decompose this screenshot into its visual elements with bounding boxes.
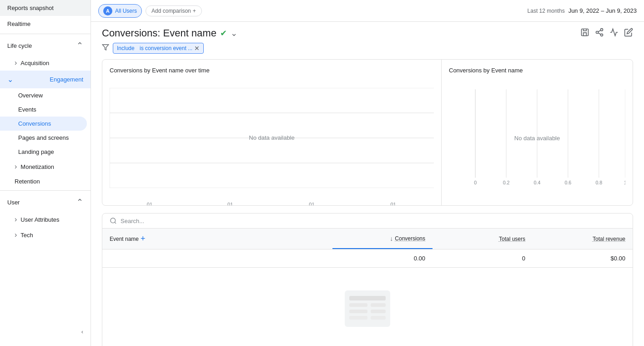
table-row: 0.00 0 $0.00 bbox=[102, 249, 633, 268]
chart-left-body: No data available 01Jul 01Oct 01Jan 01Ap… bbox=[110, 77, 434, 198]
x-label-4: 01Apr bbox=[389, 202, 397, 206]
report-title: Conversions: Event name bbox=[102, 27, 216, 39]
edit-icon[interactable] bbox=[624, 28, 633, 39]
lifecycle-label: Life cycle bbox=[7, 42, 32, 49]
user-avatar: A bbox=[103, 6, 112, 15]
reports-snapshot-label: Reports snapshot bbox=[7, 5, 54, 11]
data-table: Event name + ↓ Conversions Total users T… bbox=[102, 213, 633, 346]
sidebar-item-user-attributes[interactable]: › User Attributes bbox=[0, 212, 91, 227]
engagement-expand-icon: ⌄ bbox=[7, 75, 13, 84]
share-icon[interactable] bbox=[595, 28, 604, 39]
th-event-name-label: Event name bbox=[110, 236, 139, 242]
svg-text:1: 1 bbox=[624, 179, 625, 185]
search-input[interactable] bbox=[121, 218, 625, 224]
svg-line-27 bbox=[115, 222, 116, 224]
chart-right-title: Conversions by Event name bbox=[449, 67, 625, 74]
chart-right-body: 0 0.2 0.4 0.6 0.8 1 No data available bbox=[449, 77, 625, 198]
realtime-label: Realtime bbox=[7, 20, 30, 27]
retention-label: Retention bbox=[15, 178, 40, 185]
svg-rect-35 bbox=[371, 316, 386, 320]
sidebar-item-overview[interactable]: Overview bbox=[0, 88, 91, 102]
x-label-1: 01Jul bbox=[146, 202, 153, 206]
table-header: Event name + ↓ Conversions Total users T… bbox=[102, 229, 633, 249]
engagement-section-header[interactable]: ⌄ Engagement bbox=[0, 71, 91, 88]
svg-rect-30 bbox=[349, 303, 367, 307]
svg-rect-32 bbox=[349, 310, 367, 313]
sidebar-item-tech[interactable]: › Tech bbox=[0, 227, 91, 243]
svg-rect-33 bbox=[371, 310, 386, 313]
acquisition-expand-icon: › bbox=[15, 59, 17, 67]
add-dimension-icon[interactable]: + bbox=[141, 234, 146, 244]
title-chevron-icon[interactable]: ⌄ bbox=[231, 28, 237, 38]
svg-text:0.6: 0.6 bbox=[564, 179, 571, 185]
insights-icon[interactable] bbox=[609, 28, 619, 39]
td-total-revenue: $0.00 bbox=[533, 249, 633, 267]
x-axis-labels: 01Jul 01Oct 01Jan 01Apr bbox=[110, 202, 434, 206]
th-total-revenue[interactable]: Total revenue bbox=[533, 229, 633, 249]
th-total-revenue-label: Total revenue bbox=[593, 236, 625, 242]
sidebar-item-realtime[interactable]: Realtime bbox=[0, 16, 91, 32]
empty-illustration bbox=[338, 286, 397, 331]
x-label-2: 01Oct bbox=[226, 202, 234, 206]
no-data-left: No data available bbox=[249, 134, 294, 141]
user-collapse-icon: ⌃ bbox=[76, 197, 83, 207]
add-comparison-label: Add comparison bbox=[151, 8, 191, 14]
add-comparison-button[interactable]: Add comparison + bbox=[146, 5, 202, 16]
report-actions bbox=[580, 28, 633, 39]
user-section-header[interactable]: User ⌃ bbox=[0, 193, 91, 212]
tech-expand-icon: › bbox=[15, 231, 17, 239]
td-event-name bbox=[102, 249, 332, 267]
sort-down-icon: ↓ bbox=[390, 235, 393, 242]
svg-text:0.8: 0.8 bbox=[595, 179, 602, 185]
chart-left: Conversions by Event name over time No d… bbox=[102, 60, 442, 205]
chart-right: Conversions by Event name 0 bbox=[442, 60, 633, 205]
date-prefix: Last 12 months bbox=[528, 8, 565, 14]
monetization-label: Monetization bbox=[20, 163, 54, 170]
filter-chip[interactable]: Include is conversion event ... ✕ bbox=[113, 43, 204, 54]
svg-point-2 bbox=[596, 31, 599, 33]
sidebar-collapse-icon: ‹ bbox=[81, 328, 83, 335]
sidebar-item-conversions[interactable]: Conversions bbox=[0, 117, 87, 131]
chart-left-title: Conversions by Event name over time bbox=[110, 67, 434, 74]
user-attributes-expand-icon: › bbox=[15, 215, 17, 224]
lifecycle-section-header[interactable]: Life cycle ⌃ bbox=[0, 36, 91, 55]
x-label-3: 01Jan bbox=[308, 202, 316, 206]
verified-icon: ✔ bbox=[220, 28, 227, 38]
filter-chip-close-icon[interactable]: ✕ bbox=[194, 45, 200, 52]
sidebar-item-events[interactable]: Events bbox=[0, 102, 91, 117]
sidebar-toggle-button[interactable]: ‹ bbox=[78, 325, 87, 339]
search-bar bbox=[102, 214, 633, 229]
th-conversions-label: Conversions bbox=[395, 235, 425, 242]
sidebar-item-monetization[interactable]: › Monetization bbox=[0, 159, 91, 174]
acquisition-label: Acquisition bbox=[20, 60, 49, 66]
sidebar-item-acquisition[interactable]: › Acquisition bbox=[0, 55, 91, 71]
report-title-row: Conversions: Event name ✔ ⌄ bbox=[102, 27, 237, 39]
filter-bar: Include is conversion event ... ✕ bbox=[91, 43, 644, 59]
charts-area: Conversions by Event name over time No d… bbox=[91, 59, 644, 346]
date-range-value: Jun 9, 2022 – Jun 9, 2023 bbox=[569, 7, 637, 14]
sidebar-item-retention[interactable]: Retention bbox=[0, 174, 91, 188]
svg-rect-29 bbox=[349, 296, 386, 300]
topbar: A All Users Add comparison + Last 12 mon… bbox=[91, 0, 644, 22]
monetization-expand-icon: › bbox=[15, 163, 17, 171]
td-total-users: 0 bbox=[433, 249, 533, 267]
svg-text:0.4: 0.4 bbox=[534, 179, 541, 185]
svg-line-4 bbox=[598, 33, 601, 34]
svg-point-3 bbox=[601, 34, 603, 36]
sidebar-item-reports-snapshot[interactable]: Reports snapshot bbox=[0, 0, 91, 16]
all-users-chip[interactable]: A All Users bbox=[98, 4, 142, 18]
report-header: Conversions: Event name ✔ ⌄ bbox=[91, 22, 644, 43]
sidebar-item-landing-page[interactable]: Landing page bbox=[0, 145, 91, 159]
th-total-users[interactable]: Total users bbox=[433, 229, 533, 249]
save-report-icon[interactable] bbox=[580, 28, 589, 39]
all-users-label: All Users bbox=[115, 8, 137, 14]
th-conversions[interactable]: ↓ Conversions bbox=[332, 229, 433, 249]
charts-row: Conversions by Event name over time No d… bbox=[102, 59, 633, 206]
svg-line-5 bbox=[598, 30, 601, 31]
engagement-label: Engagement bbox=[50, 76, 83, 83]
search-icon bbox=[110, 217, 117, 224]
lifecycle-collapse-icon: ⌃ bbox=[76, 41, 83, 51]
empty-state bbox=[102, 268, 633, 346]
td-conversions: 0.00 bbox=[332, 249, 433, 267]
sidebar-item-pages-and-screens[interactable]: Pages and screens bbox=[0, 131, 91, 145]
